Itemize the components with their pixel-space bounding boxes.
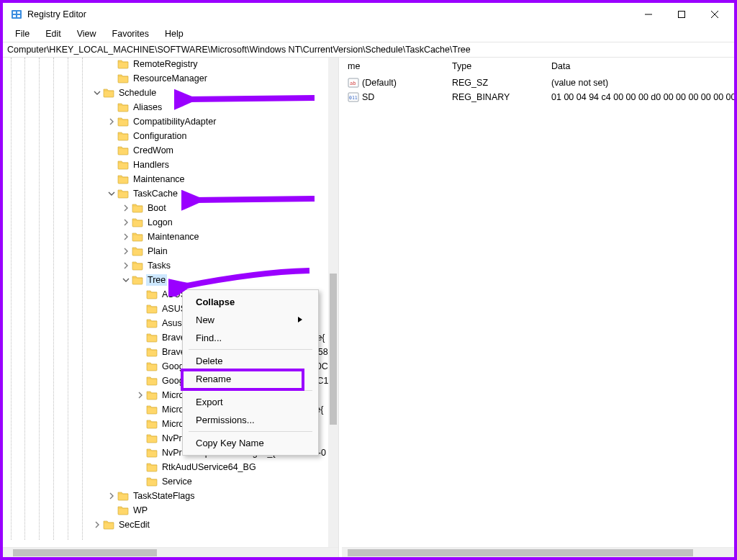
folder-icon	[132, 245, 143, 257]
folder-icon	[117, 116, 129, 127]
tree-item[interactable]: Configuration	[3, 129, 338, 143]
tree-item[interactable]: ResourceManager	[3, 71, 338, 86]
folder-icon	[117, 505, 129, 516]
ctx-separator	[189, 431, 312, 432]
minimize-button[interactable]	[632, 3, 665, 26]
tree-vertical-scrollbar[interactable]	[328, 58, 338, 547]
tree-item-label: Tasks	[146, 260, 172, 271]
tree-item[interactable]: Service	[3, 474, 338, 489]
svg-text:ab: ab	[350, 81, 356, 86]
chevron-down-icon[interactable]	[120, 276, 132, 284]
chevron-right-icon[interactable]	[120, 233, 132, 240]
tree-item[interactable]: Logon	[3, 215, 338, 230]
folder-icon	[132, 217, 143, 228]
chevron-right-icon[interactable]	[120, 262, 132, 269]
col-header-type[interactable]: Type	[446, 59, 546, 73]
menu-file[interactable]: File	[9, 26, 36, 42]
folder-icon	[146, 404, 158, 415]
menu-bar: File Edit View Favorites Help	[3, 26, 734, 42]
menu-help[interactable]: Help	[158, 26, 190, 42]
folder-icon	[103, 87, 114, 99]
tree-item-label: Service	[160, 476, 194, 487]
col-header-name[interactable]: me	[342, 59, 446, 73]
menu-view[interactable]: View	[71, 26, 103, 42]
chevron-right-icon[interactable]	[91, 521, 103, 528]
value-icon: ab	[348, 77, 359, 89]
tree-item[interactable]: CredWom	[3, 143, 338, 158]
chevron-down-icon[interactable]	[91, 89, 103, 96]
folder-icon	[117, 173, 129, 185]
maximize-button[interactable]	[665, 3, 698, 26]
list-row[interactable]: ab(Default)REG_SZ(value not set)	[342, 76, 734, 90]
address-bar[interactable]: Computer\HKEY_LOCAL_MACHINE\SOFTWARE\Mic…	[3, 42, 734, 58]
folder-icon	[117, 490, 129, 502]
tree-item[interactable]: RemoteRegistry	[3, 58, 338, 71]
value-type: REG_BINARY	[446, 92, 546, 102]
values-horizontal-scrollbar[interactable]	[342, 547, 734, 557]
ctx-export[interactable]: Export	[183, 393, 318, 411]
tree-item[interactable]: Handlers	[3, 158, 338, 172]
folder-icon	[146, 346, 158, 358]
ctx-copy-key-name[interactable]: Copy Key Name	[183, 434, 318, 452]
tree-item[interactable]: WP	[3, 503, 338, 518]
submenu-arrow-icon	[297, 315, 304, 325]
tree-item-label: Plain	[146, 245, 169, 257]
folder-icon	[117, 145, 129, 156]
list-body[interactable]: ab(Default)REG_SZ(value not set)011SDREG…	[342, 74, 734, 104]
folder-icon	[117, 130, 129, 142]
tree-item[interactable]: Maintenance	[3, 230, 338, 244]
tree-item-label: Schedule	[117, 87, 158, 99]
ctx-permissions[interactable]: Permissions...	[183, 411, 318, 429]
tree-item-label: TaskStateFlags	[132, 490, 196, 502]
folder-icon	[146, 332, 158, 343]
folder-icon	[117, 159, 129, 171]
tree-item[interactable]: Tree	[3, 273, 338, 287]
tree-item[interactable]: CompatibilityAdapter	[3, 114, 338, 129]
tree-item[interactable]: TaskStateFlags	[3, 489, 338, 503]
svg-rect-4	[17, 15, 20, 17]
chevron-down-icon[interactable]	[106, 190, 117, 197]
ctx-rename[interactable]: Rename	[183, 370, 318, 388]
tree-item[interactable]: Tasks	[3, 258, 338, 273]
tree-item-label: Handlers	[132, 159, 171, 171]
tree-item-label: CredWom	[132, 145, 175, 156]
list-header: me Type Data	[342, 58, 734, 74]
chevron-right-icon[interactable]	[120, 204, 132, 212]
tree-item[interactable]: RtkAudUService64_BG	[3, 460, 338, 474]
tree-item[interactable]: Maintenance	[3, 172, 338, 186]
tree-horizontal-scrollbar[interactable]	[3, 547, 338, 557]
chevron-right-icon[interactable]	[106, 492, 117, 500]
tree-item[interactable]: Schedule	[3, 86, 338, 100]
chevron-right-icon[interactable]	[120, 248, 132, 255]
folder-icon	[132, 231, 143, 243]
ctx-collapse[interactable]: Collapse	[183, 293, 318, 311]
chevron-right-icon[interactable]	[135, 392, 146, 399]
tree-item-label: Aliases	[132, 101, 163, 113]
tree-item-label: RtkAudUService64_BG	[160, 461, 258, 473]
tree-item[interactable]: Boot	[3, 201, 338, 215]
tree-item[interactable]: Plain	[3, 244, 338, 258]
list-row[interactable]: 011SDREG_BINARY01 00 04 94 c4 00 00 00 d…	[342, 90, 734, 104]
ctx-new[interactable]: New	[183, 311, 318, 329]
menu-edit[interactable]: Edit	[39, 26, 68, 42]
menu-favorites[interactable]: Favorites	[106, 26, 155, 42]
value-data: (value not set)	[546, 78, 734, 88]
folder-icon	[146, 375, 158, 387]
folder-icon	[132, 202, 143, 214]
folder-icon	[146, 476, 158, 487]
tree-item[interactable]: Aliases	[3, 100, 338, 114]
ctx-delete[interactable]: Delete	[183, 352, 318, 370]
context-menu: Collapse New Find... Delete Rename Expor…	[182, 289, 319, 456]
close-button[interactable]	[698, 3, 731, 26]
ctx-find[interactable]: Find...	[183, 329, 318, 347]
value-data: 01 00 04 94 c4 00 00 00 d0 00 00 00 00 0…	[546, 92, 734, 102]
folder-icon	[117, 58, 129, 70]
chevron-right-icon[interactable]	[106, 118, 117, 125]
col-header-data[interactable]: Data	[546, 59, 734, 73]
value-icon: 011	[348, 91, 359, 103]
tree-item-label: RemoteRegistry	[132, 58, 199, 70]
tree-item[interactable]: TaskCache	[3, 186, 338, 201]
tree-item-label: CompatibilityAdapter	[132, 116, 217, 127]
chevron-right-icon[interactable]	[120, 219, 132, 226]
tree-item[interactable]: SecEdit	[3, 518, 338, 532]
